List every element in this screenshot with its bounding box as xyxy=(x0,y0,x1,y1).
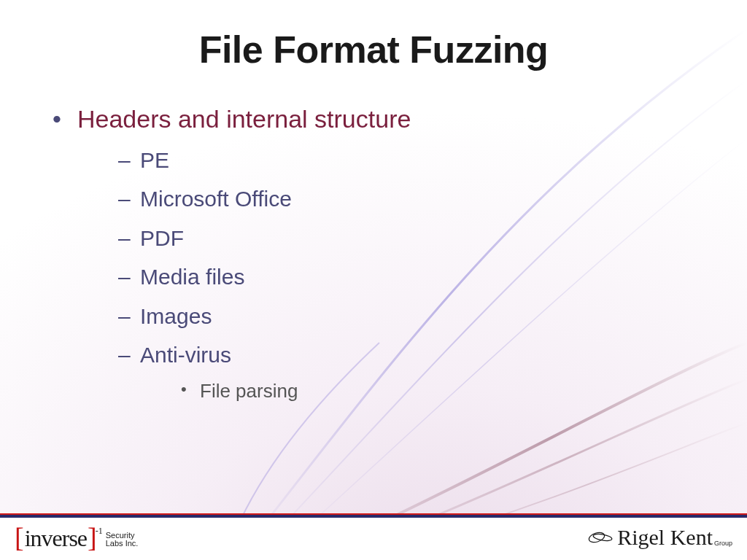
footer-right-name: Rigel Kent xyxy=(617,525,713,550)
bullet-text: PDF xyxy=(140,226,184,250)
bullet-item: File parsing xyxy=(181,379,703,403)
bullet-text: Microsoft Office xyxy=(140,187,292,211)
footer-sub-line2: Labs Inc. xyxy=(106,540,139,548)
bracket-open-icon: [ xyxy=(15,524,24,551)
footer-exponent: -1 xyxy=(96,526,103,537)
bullet-text: Headers and internal structure xyxy=(77,105,411,133)
bullet-sublist: PE Microsoft Office PDF Media files Imag… xyxy=(77,147,703,403)
footer-right-sub: Group xyxy=(714,540,732,550)
svg-point-1 xyxy=(588,531,605,544)
bullet-text: Images xyxy=(140,304,212,328)
bullet-item: Microsoft Office xyxy=(118,185,703,213)
swirl-icon xyxy=(588,530,613,545)
footer-logo-left: [ inverse ] -1 Security Labs Inc. xyxy=(15,524,138,551)
footer-subtext: Security Labs Inc. xyxy=(106,532,139,551)
slide-footer: [ inverse ] -1 Security Labs Inc. Rigel … xyxy=(0,518,747,560)
bullet-text: Media files xyxy=(140,265,244,289)
bullet-item: Images xyxy=(118,303,703,330)
bullet-sublist: File parsing xyxy=(140,379,703,403)
footer-logo-right: Rigel Kent Group xyxy=(588,525,732,550)
footer-inner: [ inverse ] -1 Security Labs Inc. Rigel … xyxy=(0,518,747,560)
bullet-text: Anti-virus xyxy=(140,343,231,367)
bullet-list: Headers and internal structure PE Micros… xyxy=(44,104,703,402)
bullet-item: Media files xyxy=(118,263,703,291)
footer-stripe xyxy=(0,513,747,518)
bullet-item: PE xyxy=(118,147,703,174)
bullet-item: Headers and internal structure PE Micros… xyxy=(53,104,703,402)
slide: File Format Fuzzing Headers and internal… xyxy=(0,0,747,560)
svg-point-2 xyxy=(593,533,613,542)
footer-brand: inverse xyxy=(24,526,88,551)
slide-title: File Format Fuzzing xyxy=(44,28,703,71)
bullet-item: PDF xyxy=(118,225,703,252)
slide-content: File Format Fuzzing Headers and internal… xyxy=(0,0,747,560)
bullet-text: PE xyxy=(140,148,169,172)
bullet-text: File parsing xyxy=(200,380,298,402)
bullet-item: Anti-virus File parsing xyxy=(118,341,703,402)
